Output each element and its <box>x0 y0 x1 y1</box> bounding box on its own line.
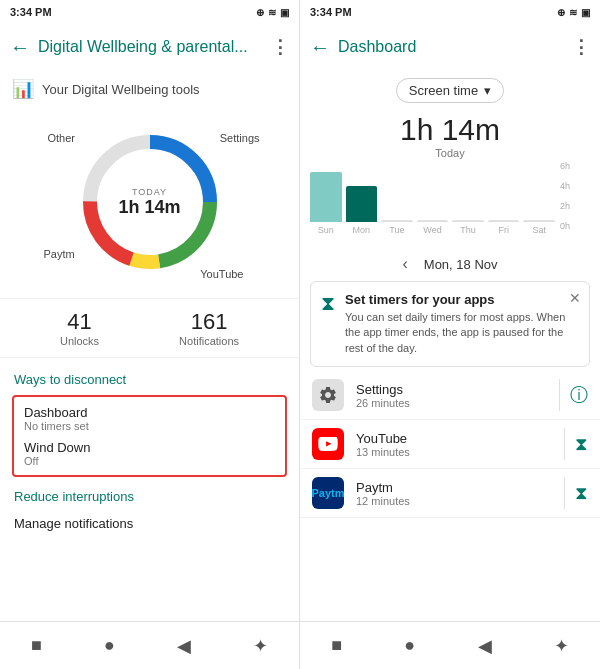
date-nav-prev[interactable]: ‹ <box>402 255 407 273</box>
notifications-count: 161 <box>179 309 239 335</box>
donut-chart-area: Other Settings TODAY 1h 14m <box>0 112 299 292</box>
bar-wed-fill <box>417 220 449 222</box>
youtube-timer-icon[interactable]: ⧗ <box>575 434 588 455</box>
manage-notifications-item[interactable]: Manage notifications <box>0 508 299 539</box>
screen-time-label: Screen time <box>409 83 478 98</box>
dropdown-arrow-icon: ▾ <box>484 83 491 98</box>
screen-time-dropdown-area: Screen time ▾ <box>300 70 600 107</box>
left-nav-home[interactable]: ● <box>104 635 115 656</box>
app-item-settings[interactable]: Settings 26 minutes ⓘ <box>300 371 600 420</box>
bar-mon-label: Mon <box>353 225 371 235</box>
bar-sun: Sun <box>310 172 342 235</box>
bar-sat-fill <box>523 220 555 222</box>
bar-thu-fill <box>452 220 484 222</box>
left-top-bar: ← Digital Wellbeing & parental... ⋮ <box>0 24 299 70</box>
bar-fri-label: Fri <box>498 225 509 235</box>
bar-tue: Tue <box>381 220 413 235</box>
unlocks-stat: 41 Unlocks <box>60 309 99 347</box>
timer-banner-title: Set timers for your apps <box>345 292 579 307</box>
right-battery-icon: ▣ <box>581 7 590 18</box>
paytm-logo-text: Paytm <box>311 487 344 499</box>
paytm-app-time: 12 minutes <box>356 495 554 507</box>
grid-label-6h: 6h <box>560 161 590 171</box>
left-panel: 3:34 PM ⊕ ≋ ▣ ← Digital Wellbeing & pare… <box>0 0 300 669</box>
youtube-app-info: YouTube 13 minutes <box>356 431 554 458</box>
timer-banner: ⧗ Set timers for your apps You can set d… <box>310 281 590 367</box>
donut-time-value: 1h 14m <box>118 197 180 218</box>
right-page-title: Dashboard <box>338 38 564 56</box>
left-status-bar: 3:34 PM ⊕ ≋ ▣ <box>0 0 299 24</box>
settings-app-info: Settings 26 minutes <box>356 382 549 409</box>
paytm-timer-icon[interactable]: ⧗ <box>575 483 588 504</box>
dw-tools-header: 📊 Your Digital Wellbeing tools <box>0 70 299 108</box>
youtube-app-time: 13 minutes <box>356 446 554 458</box>
right-nav-stop[interactable]: ■ <box>331 635 342 656</box>
wind-down-sub: Off <box>24 455 275 467</box>
left-wifi-icon: ≋ <box>268 7 276 18</box>
dashboard-item[interactable]: Dashboard No timers set <box>24 405 275 432</box>
donut-label-paytm: Paytm <box>44 248 75 260</box>
left-nav-menu[interactable]: ✦ <box>253 635 268 657</box>
bar-sun-label: Sun <box>318 225 334 235</box>
left-signal-icon: ⊕ <box>256 7 264 18</box>
bar-tue-fill <box>381 220 413 222</box>
right-panel: 3:34 PM ⊕ ≋ ▣ ← Dashboard ⋮ Screen time … <box>300 0 600 669</box>
left-nav-back[interactable]: ◀ <box>177 635 191 657</box>
settings-gear-icon <box>318 385 338 405</box>
right-nav-menu[interactable]: ✦ <box>554 635 569 657</box>
timer-banner-desc: You can set daily timers for most apps. … <box>345 310 579 356</box>
timer-banner-close-button[interactable]: ✕ <box>569 290 581 306</box>
dw-tools-label: Your Digital Wellbeing tools <box>42 82 200 97</box>
right-menu-button[interactable]: ⋮ <box>572 36 590 58</box>
screen-time-dropdown-btn[interactable]: Screen time ▾ <box>396 78 504 103</box>
date-nav: ‹ Mon, 18 Nov <box>300 251 600 277</box>
youtube-app-name: YouTube <box>356 431 554 446</box>
bar-mon: Mon <box>346 186 378 235</box>
donut-label-youtube: YouTube <box>200 268 243 280</box>
youtube-play-icon <box>318 437 338 451</box>
right-wifi-icon: ≋ <box>569 7 577 18</box>
bar-fri: Fri <box>488 220 520 235</box>
right-nav-home[interactable]: ● <box>404 635 415 656</box>
donut-wrapper: Other Settings TODAY 1h 14m <box>40 112 260 292</box>
dashboard-title: Dashboard <box>24 405 275 420</box>
bar-sun-fill <box>310 172 342 222</box>
app-list: Settings 26 minutes ⓘ YouTube 13 minutes… <box>300 371 600 518</box>
right-status-icons: ⊕ ≋ ▣ <box>557 7 590 18</box>
settings-timer-icon[interactable]: ⓘ <box>570 383 588 407</box>
left-bottom-nav: ■ ● ◀ ✦ <box>0 621 299 669</box>
paytm-app-icon: Paytm <box>312 477 344 509</box>
bar-sat-label: Sat <box>533 225 547 235</box>
right-top-bar: ← Dashboard ⋮ <box>300 24 600 70</box>
right-nav-back[interactable]: ◀ <box>478 635 492 657</box>
bar-thu-label: Thu <box>460 225 476 235</box>
unlocks-label: Unlocks <box>60 335 99 347</box>
paytm-app-name: Paytm <box>356 480 554 495</box>
bar-sat: Sat <box>523 220 555 235</box>
date-nav-date: Mon, 18 Nov <box>424 257 498 272</box>
wind-down-item[interactable]: Wind Down Off <box>24 440 275 467</box>
left-menu-button[interactable]: ⋮ <box>271 36 289 58</box>
left-nav-stop[interactable]: ■ <box>31 635 42 656</box>
right-bottom-nav: ■ ● ◀ ✦ <box>300 621 600 669</box>
right-back-button[interactable]: ← <box>310 36 330 59</box>
right-signal-icon: ⊕ <box>557 7 565 18</box>
bar-thu: Thu <box>452 220 484 235</box>
grid-label-2h: 2h <box>560 201 590 211</box>
dashboard-box[interactable]: Dashboard No timers set Wind Down Off <box>12 395 287 477</box>
settings-divider <box>559 379 560 411</box>
settings-app-name: Settings <box>356 382 549 397</box>
app-item-paytm[interactable]: Paytm Paytm 12 minutes ⧗ <box>300 469 600 518</box>
notifications-label: Notifications <box>179 335 239 347</box>
youtube-divider <box>564 428 565 460</box>
notifications-stat: 161 Notifications <box>179 309 239 347</box>
big-time-value: 1h 14m <box>300 113 600 147</box>
app-item-youtube[interactable]: YouTube 13 minutes ⧗ <box>300 420 600 469</box>
donut-chart[interactable]: TODAY 1h 14m <box>70 122 230 282</box>
paytm-app-info: Paytm 12 minutes <box>356 480 554 507</box>
dw-bar-icon: 📊 <box>12 78 34 100</box>
left-back-button[interactable]: ← <box>10 36 30 59</box>
bar-chart-area: Sun Mon Tue Wed Thu Fri <box>310 165 590 235</box>
ways-disconnect-title: Ways to disconnect <box>0 364 299 391</box>
timer-hourglass-icon: ⧗ <box>321 292 335 356</box>
